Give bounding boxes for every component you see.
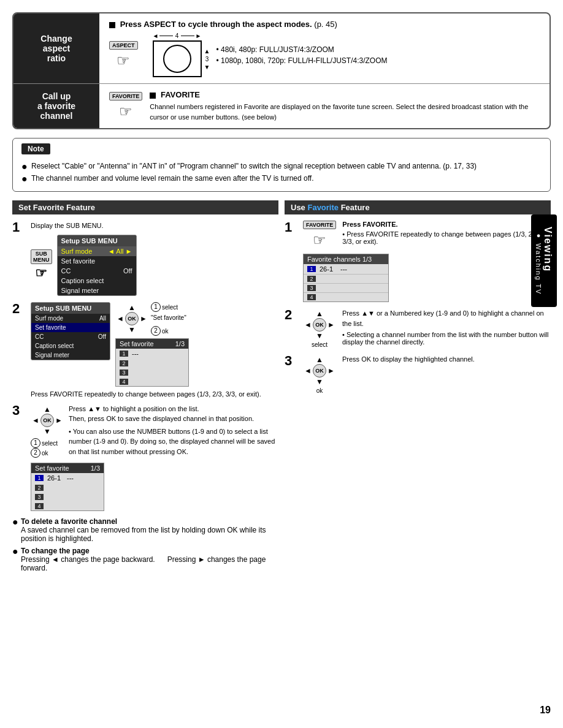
ok-btn-3: OK xyxy=(40,414,54,427)
nav-cross-2: ▲ ◄ OK ► ▼ xyxy=(115,302,148,335)
submenu-item-cc: CCOff xyxy=(58,266,136,276)
use-fav-step-2-inner: ▲ ◄ OK ► ▼ select Press ▲▼ or a Numbered… xyxy=(303,308,551,348)
set-fav-step-3-num: 3 xyxy=(12,404,26,417)
set-fav-annotations: 1select "Set favorite" 2ok xyxy=(151,302,186,336)
use-fav-step-2-bullet: • Selecting a channel number from the li… xyxy=(342,331,551,346)
call-up-favorite-content: FAVORITE ☞ FAVORITE Channel numbers regi… xyxy=(99,84,550,128)
fav-ch-item-3: 3 xyxy=(304,284,388,293)
page-number: 19 xyxy=(540,705,551,716)
call-up-favorite-inner: FAVORITE ☞ FAVORITE Channel numbers regi… xyxy=(109,90,540,122)
fav-list-step3: Set favorite1/3 1 26-1 --- 2 3 xyxy=(31,463,104,511)
aspect-diagram: ◄ 4 ► ▲ 3 ▼ xyxy=(153,32,202,77)
fav-list-step2: Set favorite1/3 1 --- 2 3 xyxy=(115,338,189,387)
submenu-item-caption-2: Caption select xyxy=(31,341,110,351)
nav-up-use-2: ▲ xyxy=(316,309,323,318)
use-fav-step-2-desc: Press ▲▼ or a Numbered key (1-9 and 0) t… xyxy=(342,308,551,346)
hand-icon-2: ☞ xyxy=(119,103,132,120)
call-up-favorite-label: Call up a favorite channel xyxy=(13,84,99,128)
change-aspect-content: Press ASPECT to cycle through the aspect… xyxy=(99,13,550,83)
nav-down-use-2: ▼ xyxy=(316,332,323,340)
use-fav-step-3-desc: Press OK to display the highlighted chan… xyxy=(342,354,475,365)
use-fav-step-3-desc-main: Press OK to display the highlighted chan… xyxy=(342,354,475,365)
nav-left-2: ◄ xyxy=(117,314,124,323)
fav-ch-item-4: 4 xyxy=(304,293,388,301)
nav-right-3: ► xyxy=(55,416,63,425)
set-favorite-header: Set Favorite Feature xyxy=(12,200,278,214)
fav-num-s3-2: 2 xyxy=(35,485,44,491)
nav-up-3: ▲ xyxy=(44,405,51,414)
nav-left-use-3: ◄ xyxy=(304,366,312,375)
submenu-item-signal-2: Signal meter xyxy=(31,351,110,360)
set-fav-step-1-illustrations: SUB MENU ☞ Setup SUB MENU Surf mode◄ All… xyxy=(31,235,278,296)
use-fav-step-2: 2 ▲ ◄ OK ► ▼ select xyxy=(285,308,551,348)
circle-2: 2 xyxy=(151,326,161,336)
set-fav-step-1-content: Display the SUB MENU. SUB MENU ☞ Setup S… xyxy=(31,221,278,296)
set-fav-step-3: 3 ▲ ◄ OK ► ▼ 1select xyxy=(12,404,278,511)
fav-channels-title: Favorite channels 1/3 xyxy=(304,254,388,264)
nav-down-3: ▼ xyxy=(44,427,51,436)
two-col-section: Set Favorite Feature 1 Display the SUB M… xyxy=(12,200,551,576)
side-watching-label: ● Watching TV xyxy=(535,232,542,295)
use-fav-step-3-content: ▲ ◄ OK ► ▼ ok Press OK to display the hi… xyxy=(303,354,551,394)
submenu-item-setfav-2: Set favorite xyxy=(31,323,110,332)
nav-up-use-3: ▲ xyxy=(316,355,323,364)
ok-btn-use-2: OK xyxy=(313,318,326,332)
fav-ch-num-1: 1 xyxy=(307,266,316,272)
set-fav-step-2-inner: Setup SUB MENU Surf modeAll Set favorite… xyxy=(31,302,278,387)
fav-list-item-3: 3 xyxy=(116,368,188,377)
bottom-note-bullet-2: ● xyxy=(12,547,21,556)
nav-down-use-3: ▼ xyxy=(316,377,323,386)
nav-right-use-2: ► xyxy=(327,320,335,329)
fav-num-s3-4: 4 xyxy=(35,503,44,509)
aspect-btn-label: ASPECT xyxy=(109,41,138,50)
submenu-box-1: Setup SUB MENU Surf mode◄ All ► Set favo… xyxy=(57,235,137,296)
select-label: select xyxy=(303,341,336,348)
nav-cross-use-2: ▲ ◄ OK ► ▼ xyxy=(303,308,336,341)
use-fav-remote-icon: FAVORITE ☞ xyxy=(303,221,336,249)
aspect-bullets: • 480i, 480p: FULL/JUST/4:3/ZOOM • 1080p… xyxy=(216,45,388,65)
favorite-remote-icon: FAVORITE ☞ xyxy=(109,92,142,120)
circle-1: 1 xyxy=(151,302,161,312)
use-fav-step-1-content: FAVORITE ☞ Press FAVORITE. • Press FAVOR… xyxy=(303,221,551,302)
set-fav-step-1-num: 1 xyxy=(12,221,26,234)
fav-num-1: 1 xyxy=(120,351,128,357)
favorite-body: Channel numbers registered in Favorite a… xyxy=(150,102,540,122)
set-fav-step-3-desc: Press ▲▼ to highlight a position on the … xyxy=(69,404,278,457)
press-fav-text: Press FAVORITE repeatedly to change betw… xyxy=(31,390,278,398)
use-fav-step-2-desc-main: Press ▲▼ or a Numbered key (1-9 and 0) t… xyxy=(342,308,551,328)
fav-list-item-s3-1: 1 26-1 --- xyxy=(31,473,104,483)
set-favorite-column: Set Favorite Feature 1 Display the SUB M… xyxy=(12,200,278,576)
fav-list-item-s3-4: 4 xyxy=(31,502,104,510)
favorite-btn-label: FAVORITE xyxy=(109,92,142,100)
use-fav-step-3: 3 ▲ ◄ OK ► ▼ ok xyxy=(285,354,551,394)
hand-icon-3: ☞ xyxy=(35,265,47,281)
set-fav-step-1: 1 Display the SUB MENU. SUB MENU ☞ Setup… xyxy=(12,221,278,296)
use-fav-step-3-inner: ▲ ◄ OK ► ▼ ok Press OK to display the hi… xyxy=(303,354,551,394)
use-fav-step-1-num: 1 xyxy=(285,221,298,234)
fav-list-item-s3-3: 3 xyxy=(31,493,104,502)
bottom-note-delete: ● To delete a favorite channel A saved c… xyxy=(12,517,278,543)
fav-list-title-2: Set favorite1/3 xyxy=(116,339,188,349)
set-fav-step-2-content: Setup SUB MENU Surf modeAll Set favorite… xyxy=(31,302,278,398)
submenu-item-surf: Surf mode◄ All ► xyxy=(58,246,136,256)
change-aspect-label: Change aspect ratio xyxy=(13,13,99,83)
note-item-2: ● The channel number and volume level re… xyxy=(21,174,542,184)
square-bullet-icon xyxy=(109,22,115,28)
use-fav-btn-label: FAVORITE xyxy=(303,221,336,229)
change-aspect-row: Change aspect ratio Press ASPECT to cycl… xyxy=(13,13,550,84)
fav-ch-item-1: 1 26-1 --- xyxy=(304,264,388,275)
use-favorite-header: Use Favorite Feature xyxy=(285,200,551,214)
note-bullet-1: ● xyxy=(21,162,29,172)
use-fav-step-1: 1 FAVORITE ☞ Press FAVORITE. • Press FAV… xyxy=(285,221,551,302)
set-fav-step-3-annotations: 1select 2ok xyxy=(31,438,64,458)
sub-menu-remote-icon: SUB MENU ☞ xyxy=(31,249,52,281)
fav-ch-num-2: 2 xyxy=(307,276,316,282)
use-fav-step-3-nav: ▲ ◄ OK ► ▼ ok xyxy=(303,354,336,394)
submenu-title-1: Setup SUB MENU xyxy=(58,235,136,246)
fav-list-item-2: 2 xyxy=(116,359,188,368)
set-fav-step-3-desc-main: Press ▲▼ to highlight a position on the … xyxy=(69,404,278,457)
use-fav-step-1-inner: FAVORITE ☞ Press FAVORITE. • Press FAVOR… xyxy=(303,221,551,249)
nav-left-use-2: ◄ xyxy=(304,320,312,329)
change-aspect-inner: ASPECT ☞ ◄ 4 ► xyxy=(109,32,540,77)
nav-down-2: ▼ xyxy=(128,325,136,334)
